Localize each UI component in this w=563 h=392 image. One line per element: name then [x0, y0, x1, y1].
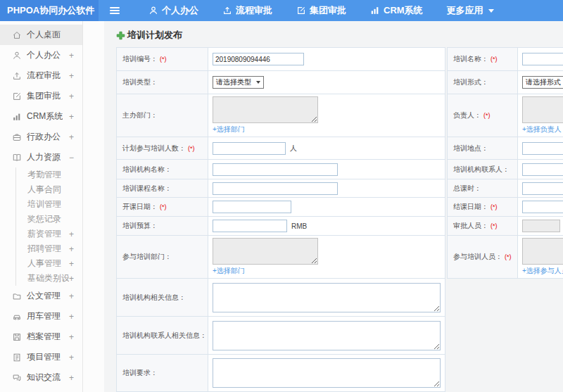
- expand-plus[interactable]: +: [69, 91, 74, 101]
- folder-icon: [12, 291, 22, 301]
- expand-plus[interactable]: +: [69, 259, 74, 269]
- expand-plus[interactable]: +: [69, 353, 74, 362]
- participating-depts-textarea[interactable]: [213, 238, 318, 265]
- caret-down-icon: [256, 81, 260, 84]
- page-title: 培训计划发布: [127, 29, 182, 42]
- leader-textarea[interactable]: [522, 96, 563, 123]
- org-name-input[interactable]: [213, 163, 338, 176]
- user-icon: [148, 6, 158, 15]
- training-form-left: 培训编号：(*) 培训类型： 请选择类型 主办部门： +选择部门: [116, 47, 445, 392]
- sidebar-item-personal-office[interactable]: 个人办公 +: [0, 45, 82, 65]
- expand-plus[interactable]: +: [69, 132, 74, 142]
- field-label: 培训地点：: [453, 144, 488, 152]
- nav-label: CRM系统: [384, 4, 423, 17]
- field-label: 主办部门：: [122, 111, 158, 119]
- select-leader-link[interactable]: +选择负责人: [522, 125, 562, 133]
- sidebar-item-admin-office[interactable]: 行政办公 +: [0, 127, 82, 147]
- field-label: 参与培训人员：: [453, 253, 502, 260]
- chart-icon: [370, 6, 380, 15]
- nav-crm-system[interactable]: CRM系统: [358, 0, 435, 21]
- nav-label: 个人办公: [162, 4, 198, 17]
- sidebar-subitem-training-mgmt[interactable]: 培训管理: [16, 197, 82, 212]
- training-form-select[interactable]: 请选择形式: [522, 76, 563, 89]
- edit-icon: [12, 91, 22, 101]
- org-contact-info-textarea[interactable]: [213, 321, 441, 350]
- sidebar-subitem-salary[interactable]: 薪资管理 +: [16, 227, 82, 241]
- select-department-link[interactable]: +选择部门: [213, 125, 245, 133]
- top-navigation: 个人办公 流程审批 集团审批 CRM系统 更多应用: [137, 0, 506, 21]
- field-label: 结课日期：: [453, 203, 488, 210]
- expand-plus[interactable]: +: [69, 274, 74, 284]
- sidebar-item-vehicle-mgmt[interactable]: 用车管理 +: [0, 306, 82, 327]
- expand-plus[interactable]: +: [69, 51, 74, 61]
- sidebar-item-workflow-approval[interactable]: 流程审批 +: [0, 65, 82, 86]
- budget-input[interactable]: [213, 220, 287, 232]
- sidebar-item-personal-desktop[interactable]: 个人桌面: [0, 25, 82, 45]
- course-name-input[interactable]: [213, 182, 338, 195]
- sidebar: 个人桌面 个人办公 + 流程审批 + 集团审批 + CRM系统 +: [0, 21, 104, 392]
- select-department-link[interactable]: +选择部门: [213, 267, 245, 274]
- sidebar-subitem-hr-contract[interactable]: 人事合同: [16, 182, 82, 197]
- required-marker: (*): [160, 203, 167, 210]
- expand-plus[interactable]: +: [69, 244, 74, 254]
- training-type-select[interactable]: 请选择类型: [213, 76, 264, 89]
- expand-plus[interactable]: +: [69, 71, 74, 81]
- hamburger-menu-icon[interactable]: [110, 7, 120, 14]
- end-date-input[interactable]: [522, 201, 563, 213]
- currency-suffix: RMB: [291, 222, 307, 230]
- user-icon: [12, 51, 22, 61]
- training-place-input[interactable]: [522, 142, 563, 155]
- chart-icon: [12, 112, 22, 122]
- expand-plus[interactable]: +: [69, 291, 74, 301]
- app-logo: PHPOA协同办公软件: [0, 0, 99, 21]
- upload-icon: [222, 6, 232, 15]
- sidebar-item-hr[interactable]: 人力资源 −: [0, 147, 82, 167]
- training-no-input[interactable]: [213, 53, 304, 65]
- required-marker: (*): [188, 145, 195, 152]
- sidebar-item-knowledge-exchange[interactable]: 知识交流 +: [0, 367, 82, 388]
- total-hours-input[interactable]: [522, 182, 563, 195]
- field-label: 培训预算：: [122, 222, 158, 229]
- collapse-minus[interactable]: −: [69, 153, 74, 163]
- sidebar-subitem-base-category[interactable]: 基础类别设置 +: [16, 271, 82, 286]
- nav-label: 流程审批: [236, 4, 272, 17]
- select-participants-link[interactable]: +选择参与人员: [522, 267, 563, 274]
- sidebar-subitem-personnel[interactable]: 人事管理 +: [16, 256, 82, 271]
- planned-participants-input[interactable]: [213, 142, 286, 155]
- sidebar-subitem-rewards[interactable]: 奖惩记录: [16, 212, 82, 227]
- nav-workflow-approval[interactable]: 流程审批: [210, 0, 284, 21]
- expand-plus[interactable]: +: [69, 229, 74, 239]
- sidebar-item-archives-mgmt[interactable]: 档案管理 +: [0, 327, 82, 347]
- required-marker: (*): [491, 56, 498, 63]
- sidebar-item-project-mgmt[interactable]: 项目管理 +: [0, 347, 82, 367]
- sidebar-subitem-attendance[interactable]: 考勤管理: [16, 167, 82, 182]
- expand-plus[interactable]: +: [69, 332, 74, 342]
- approver-input[interactable]: [522, 220, 560, 232]
- org-info-textarea[interactable]: [213, 283, 441, 312]
- sidebar-item-crm[interactable]: CRM系统 +: [0, 106, 82, 127]
- participants-textarea[interactable]: [522, 238, 563, 265]
- start-date-input[interactable]: [213, 201, 291, 213]
- training-requirements-textarea[interactable]: [213, 358, 441, 388]
- sidebar-subitem-recruitment[interactable]: 招聘管理 +: [16, 241, 82, 256]
- top-bar: PHPOA协同办公软件 个人办公 流程审批 集团审批 CRM系统: [0, 0, 563, 21]
- org-contact-input[interactable]: [522, 163, 563, 176]
- expand-plus[interactable]: +: [69, 112, 74, 122]
- field-label: 审批人员：: [453, 222, 488, 229]
- field-label: 培训机构联系人：: [453, 165, 510, 173]
- nav-group-approval[interactable]: 集团审批: [284, 0, 358, 21]
- nav-more-apps[interactable]: 更多应用: [435, 0, 506, 21]
- notebook-icon: [12, 353, 22, 362]
- training-name-input[interactable]: [522, 53, 563, 65]
- required-marker: (*): [491, 222, 498, 229]
- host-dept-textarea[interactable]: [213, 96, 318, 123]
- book-icon: [12, 153, 22, 163]
- sidebar-item-document-mgmt[interactable]: 公文管理 +: [0, 286, 82, 306]
- expand-plus[interactable]: +: [69, 373, 74, 383]
- field-label: 培训形式：: [453, 78, 488, 86]
- required-marker: (*): [160, 56, 167, 63]
- expand-plus[interactable]: +: [69, 312, 74, 322]
- sidebar-item-group-approval[interactable]: 集团审批 +: [0, 86, 82, 106]
- nav-personal-office[interactable]: 个人办公: [137, 0, 210, 21]
- field-label: 培训编号：: [122, 55, 158, 63]
